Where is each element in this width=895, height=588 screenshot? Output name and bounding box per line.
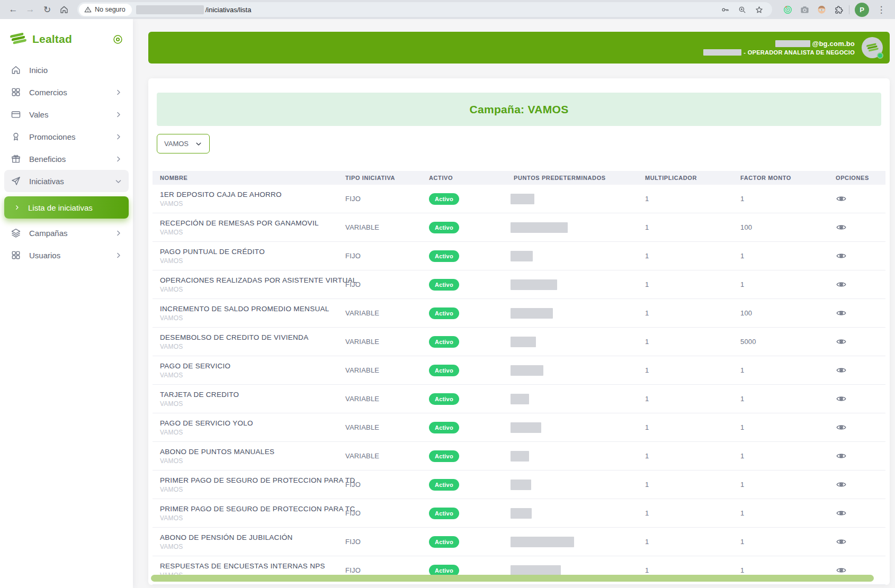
amount-factor-value: 1 [733, 509, 828, 517]
amount-factor-value: 1 [733, 195, 828, 203]
initiative-type: VARIABLE [338, 338, 422, 346]
initiative-name: PRIMER PAGO DE SEGURO DE PROTECCION PARA… [160, 505, 338, 513]
table-header-row: NOMBRETIPO INICIATIVAACTIVOPUNTOS PREDET… [153, 171, 885, 185]
view-details-button[interactable] [836, 222, 847, 233]
chevron-right-icon [114, 88, 122, 96]
table-body: 1ER DEPOSITO CAJA DE AHORRO VAMOS FIJO A… [153, 185, 885, 585]
view-details-button[interactable] [836, 479, 847, 490]
grid-icon [11, 87, 21, 97]
view-details-button[interactable] [836, 422, 847, 433]
eye-icon [836, 508, 847, 519]
user-avatar[interactable] [862, 37, 883, 58]
sidebar-toggle-icon[interactable] [112, 34, 123, 45]
initiative-type: VARIABLE [338, 395, 422, 403]
sidebar-item-iniciativas[interactable]: Iniciativas [4, 170, 129, 192]
extension-orbit-icon[interactable] [783, 5, 793, 15]
view-details-button[interactable] [836, 193, 847, 204]
chevron-right-icon [114, 251, 122, 259]
table-row: ABONO DE PENSIÓN DE JUBILACIÓN VAMOS FIJ… [153, 528, 885, 556]
redacted-points-value [511, 365, 543, 376]
redacted-points-value [511, 394, 529, 404]
sidebar-item-vales[interactable]: Vales [4, 103, 129, 125]
initiative-type: FIJO [338, 566, 422, 574]
sidebar-item-inicio[interactable]: Inicio [4, 59, 129, 81]
view-details-button[interactable] [836, 508, 847, 519]
amount-factor-value: 1 [733, 538, 828, 546]
initiative-type: FIJO [338, 481, 422, 489]
initiative-name: PAGO DE SERVICIO YOLO [160, 419, 338, 427]
amount-factor-value: 1 [733, 452, 828, 460]
extension-camera-icon[interactable] [800, 5, 810, 15]
avatar-logo-icon [865, 42, 879, 53]
extensions-puzzle-icon[interactable] [834, 5, 844, 15]
view-details-button[interactable] [836, 336, 847, 347]
status-badge: Activo [429, 393, 459, 405]
initiative-name: RESPUESTAS DE ENCUESTAS INTERNAS NPS [160, 562, 338, 570]
initiatives-table: NOMBRETIPO INICIATIVAACTIVOPUNTOS PREDET… [153, 171, 885, 585]
campaign-select[interactable]: VAMOS [157, 134, 210, 153]
toolbar-divider [849, 5, 849, 14]
sidebar-item-promociones[interactable]: Promociones [4, 125, 129, 148]
address-bar[interactable]: No seguro /iniciativas/lista [77, 2, 772, 17]
initiative-campaign: VAMOS [160, 314, 338, 322]
sidebar-item-comercios[interactable]: Comercios [4, 81, 129, 103]
online-status-dot [877, 52, 883, 59]
initiative-campaign: VAMOS [160, 543, 338, 550]
eye-icon [836, 422, 847, 433]
reload-icon[interactable]: ↻ [39, 2, 55, 17]
view-details-button[interactable] [836, 279, 847, 290]
bookmark-star-icon[interactable] [755, 5, 764, 14]
extension-avatar-icon[interactable] [817, 5, 827, 15]
forward-icon[interactable]: → [22, 2, 38, 17]
initiative-campaign: VAMOS [160, 343, 338, 350]
campaign-title: Campaña: VAMOS [469, 103, 568, 116]
sidebar-item-usuarios[interactable]: Usuarios [4, 244, 129, 266]
view-details-button[interactable] [836, 393, 847, 404]
initiative-name: RECEPCIÓN DE REMESAS POR GANAMOVIL [160, 219, 338, 227]
browser-toolbar: ← → ↻ No seguro /iniciativas/lista [0, 0, 895, 19]
redacted-points-value [511, 251, 533, 261]
status-badge: Activo [429, 450, 459, 462]
view-details-button[interactable] [836, 365, 847, 376]
amount-factor-value: 1 [733, 481, 828, 489]
initiative-campaign: VAMOS [160, 429, 338, 436]
lealtad-logo-icon [8, 32, 28, 47]
view-details-button[interactable] [836, 450, 847, 462]
multiplier-value: 1 [638, 538, 733, 546]
initiative-campaign: VAMOS [160, 372, 338, 379]
initiative-campaign: VAMOS [160, 229, 338, 236]
initiative-type: FIJO [338, 252, 422, 260]
browser-menu-icon[interactable]: ⋮ [876, 4, 887, 15]
initiative-name: OPERACIONES REALIZADAS POR ASISTENTE VIR… [160, 276, 338, 284]
zoom-in-icon[interactable] [738, 5, 747, 14]
multiplier-value: 1 [638, 452, 733, 460]
view-details-button[interactable] [836, 565, 847, 576]
table-row: TARJETA DE CREDITO VAMOS VARIABLE Activo… [153, 385, 885, 413]
sidebar-item-beneficios[interactable]: Beneficios [4, 148, 129, 170]
table-row: OPERACIONES REALIZADAS POR ASISTENTE VIR… [153, 270, 885, 299]
status-badge: Activo [429, 422, 459, 433]
browser-profile-avatar[interactable]: P [855, 3, 869, 17]
status-badge: Activo [429, 336, 459, 348]
view-details-button[interactable] [836, 250, 847, 261]
chevron-down-icon [114, 177, 122, 185]
redacted-points-value [511, 279, 557, 290]
view-details-button[interactable] [836, 536, 847, 547]
redacted-points-value [511, 222, 568, 233]
view-details-button[interactable] [836, 307, 847, 319]
home-icon[interactable] [56, 2, 72, 17]
back-icon[interactable]: ← [5, 2, 21, 17]
password-key-icon[interactable] [721, 5, 730, 14]
horizontal-scrollbar[interactable] [151, 575, 874, 582]
chevron-right-icon [114, 133, 122, 141]
eye-icon [836, 450, 847, 462]
column-header: OPCIONES [828, 175, 885, 181]
not-secure-chip[interactable]: No seguro [79, 4, 132, 16]
multiplier-value: 1 [638, 395, 733, 403]
sidebar-item-campa-as[interactable]: Campañas [4, 222, 129, 244]
url-path: /iniciativas/lista [205, 6, 252, 14]
eye-icon [836, 336, 847, 347]
initiative-campaign: VAMOS [160, 257, 338, 265]
column-header: NOMBRE [153, 175, 338, 181]
sidebar-item-lista-de-iniciativas[interactable]: Lista de iniciativas [4, 196, 129, 219]
